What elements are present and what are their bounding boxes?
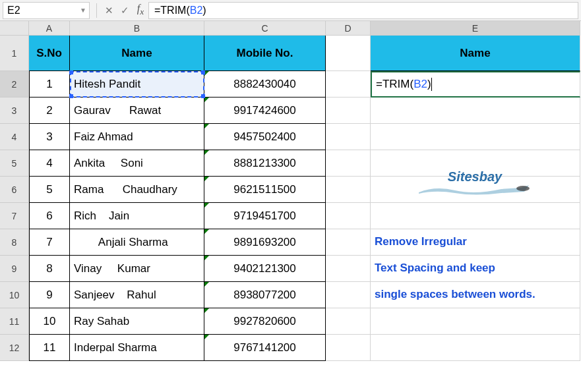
cell-mobile[interactable]: 9891693200 (204, 229, 326, 256)
chevron-down-icon[interactable]: ▼ (80, 7, 86, 14)
cell-name[interactable]: Ray Sahab (70, 308, 204, 335)
formula-bar: E2 ▼ ✕ ✓ fx =TRIM(B2) (0, 0, 581, 21)
table-row: 87 Anjali Sharma9891693200Remove Irregul… (0, 229, 581, 256)
table-row: 1110Ray Sahab9927820600 (0, 308, 581, 335)
formula-prefix: =TRIM( (154, 5, 190, 16)
row-header-2[interactable]: 2 (0, 71, 29, 98)
cell-D1[interactable] (326, 36, 371, 71)
col-header-C[interactable]: C (204, 21, 326, 36)
name-box[interactable]: E2 ▼ (3, 2, 90, 19)
watermark-text: Sitesbay (409, 169, 541, 184)
cell-mobile[interactable]: 8938077200 (204, 282, 326, 308)
cell-sno[interactable]: 11 (29, 335, 70, 361)
row-header-8[interactable]: 8 (0, 229, 29, 256)
pen-icon (409, 183, 541, 195)
cell-sno[interactable]: 9 (29, 282, 70, 308)
cell-sno[interactable]: 7 (29, 229, 70, 256)
cell-D2[interactable] (326, 71, 371, 98)
spreadsheet-grid: A B C D E 1 S.No Name Mobile No. Name 2 … (0, 21, 581, 361)
col-header-E[interactable]: E (371, 21, 580, 36)
cell-sno[interactable]: 8 (29, 256, 70, 282)
cell-sno[interactable]: 1 (29, 71, 70, 98)
table-row: 1211Inderpal Sharma9767141200 (0, 335, 581, 361)
cell-E7[interactable] (371, 203, 580, 229)
edit-prefix: =TRIM( (376, 78, 413, 90)
cell-mobile[interactable]: 9917424600 (204, 98, 326, 124)
cell-sno[interactable]: 4 (29, 150, 70, 177)
row-header-11[interactable]: 11 (0, 308, 29, 335)
row-header-10[interactable]: 10 (0, 282, 29, 308)
table-row: 98Vinay Kumar9402121300Text Spacing and … (0, 256, 581, 282)
confirm-icon[interactable]: ✓ (117, 5, 133, 16)
cell-D7[interactable] (326, 203, 371, 229)
fx-icon[interactable]: fx (133, 3, 148, 17)
cell-E10[interactable]: single spaces between words. (371, 282, 580, 308)
cell-E12[interactable] (371, 335, 580, 361)
cell-name[interactable]: Gaurav Rawat (70, 98, 204, 124)
cell-sno[interactable]: 6 (29, 203, 70, 229)
header-sno[interactable]: S.No (29, 36, 70, 71)
cell-D4[interactable] (326, 124, 371, 150)
row-header-5[interactable]: 5 (0, 150, 29, 177)
cell-mobile[interactable]: 8881213300 (204, 150, 326, 177)
cell-name[interactable]: Rich Jain (70, 203, 204, 229)
header-name2[interactable]: Name (371, 36, 580, 71)
cell-D10[interactable] (326, 282, 371, 308)
cell-sno[interactable]: 2 (29, 98, 70, 124)
cell-mobile[interactable]: 9457502400 (204, 124, 326, 150)
header-name[interactable]: Name (70, 36, 204, 71)
column-headers: A B C D E (0, 21, 581, 36)
cell-mobile[interactable]: 8882430040 (204, 71, 326, 98)
formula-input[interactable]: =TRIM(B2) (148, 2, 578, 19)
edit-content: =TRIM(B2) (376, 78, 432, 92)
cell-mobile[interactable]: 9927820600 (204, 308, 326, 335)
cell-sno[interactable]: 5 (29, 177, 70, 203)
cell-E9[interactable]: Text Spacing and keep (371, 256, 580, 282)
row-header-3[interactable]: 3 (0, 98, 29, 124)
header-mobile[interactable]: Mobile No. (204, 36, 326, 71)
cell-D11[interactable] (326, 308, 371, 335)
col-header-B[interactable]: B (70, 21, 204, 36)
cell-E8[interactable]: Remove Irregular (371, 229, 580, 256)
formula-suffix: ) (202, 5, 206, 16)
table-row: 109Sanjeev Rahul8938077200single spaces … (0, 282, 581, 308)
cell-D8[interactable] (326, 229, 371, 256)
cell-name[interactable]: Ankita Soni (70, 150, 204, 177)
cell-sno[interactable]: 10 (29, 308, 70, 335)
cell-sno[interactable]: 3 (29, 124, 70, 150)
cell-name[interactable]: Vinay Kumar (70, 256, 204, 282)
row-header-1[interactable]: 1 (0, 36, 29, 71)
cell-name[interactable]: Hitesh Pandit (70, 71, 204, 98)
col-header-A[interactable]: A (29, 21, 70, 36)
cell-D6[interactable] (326, 177, 371, 203)
cell-D12[interactable] (326, 335, 371, 361)
cell-D5[interactable] (326, 150, 371, 177)
table-row: 76Rich Jain9719451700 (0, 203, 581, 229)
cancel-icon[interactable]: ✕ (101, 5, 117, 16)
cell-E4[interactable] (371, 124, 580, 150)
row-header-7[interactable]: 7 (0, 203, 29, 229)
cell-E3[interactable] (371, 98, 580, 124)
cell-E11[interactable] (371, 308, 580, 335)
cell-name[interactable]: Faiz Ahmad (70, 124, 204, 150)
cell-name[interactable]: Inderpal Sharma (70, 335, 204, 361)
row-header-12[interactable]: 12 (0, 335, 29, 361)
cell-name[interactable]: Anjali Sharma (70, 229, 204, 256)
cell-D9[interactable] (326, 256, 371, 282)
watermark: Sitesbay (409, 169, 541, 195)
row-header-4[interactable]: 4 (0, 124, 29, 150)
cell-mobile[interactable]: 9767141200 (204, 335, 326, 361)
row-header-9[interactable]: 9 (0, 256, 29, 282)
active-edit-cell[interactable]: =TRIM(B2) (371, 71, 580, 98)
table-row: 1 S.No Name Mobile No. Name (0, 36, 581, 71)
select-all-corner[interactable] (0, 21, 29, 36)
cell-name[interactable]: Rama Chaudhary (70, 177, 204, 203)
cell-name[interactable]: Sanjeev Rahul (70, 282, 204, 308)
cell-D3[interactable] (326, 98, 371, 124)
table-row: 32Gaurav Rawat9917424600 (0, 98, 581, 124)
cell-mobile[interactable]: 9402121300 (204, 256, 326, 282)
cell-mobile[interactable]: 9719451700 (204, 203, 326, 229)
row-header-6[interactable]: 6 (0, 177, 29, 203)
col-header-D[interactable]: D (326, 21, 371, 36)
cell-mobile[interactable]: 9621511500 (204, 177, 326, 203)
